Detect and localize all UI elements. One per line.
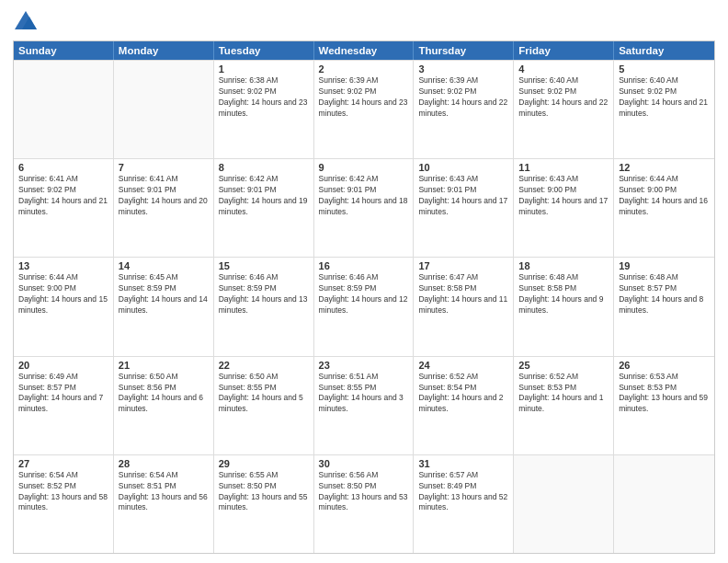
calendar-row: 6Sunrise: 6:41 AM Sunset: 9:02 PM Daylig… <box>14 158 714 257</box>
cell-info: Sunrise: 6:54 AM Sunset: 8:51 PM Dayligh… <box>119 470 209 514</box>
cell-day-number: 3 <box>418 63 508 75</box>
cell-day-number: 2 <box>319 63 409 75</box>
calendar-cell: 3Sunrise: 6:39 AM Sunset: 9:02 PM Daylig… <box>414 61 514 158</box>
cell-info: Sunrise: 6:52 AM Sunset: 8:53 PM Dayligh… <box>518 372 609 416</box>
calendar-cell: 4Sunrise: 6:40 AM Sunset: 9:02 PM Daylig… <box>514 61 614 158</box>
cell-day-number: 19 <box>619 260 710 271</box>
logo <box>13 9 42 35</box>
cell-day-number: 15 <box>219 260 309 271</box>
calendar-cell <box>514 455 614 553</box>
cell-info: Sunrise: 6:57 AM Sunset: 8:49 PM Dayligh… <box>418 470 508 514</box>
cell-info: Sunrise: 6:44 AM Sunset: 9:00 PM Dayligh… <box>18 272 108 316</box>
cell-day-number: 4 <box>518 63 609 75</box>
calendar-cell: 20Sunrise: 6:49 AM Sunset: 8:57 PM Dayli… <box>14 357 114 454</box>
cell-info: Sunrise: 6:39 AM Sunset: 9:02 PM Dayligh… <box>319 75 409 120</box>
cell-info: Sunrise: 6:52 AM Sunset: 8:54 PM Dayligh… <box>418 372 508 416</box>
cell-day-number: 7 <box>119 162 209 173</box>
calendar-cell: 1Sunrise: 6:38 AM Sunset: 9:02 PM Daylig… <box>214 61 314 158</box>
header <box>13 9 715 35</box>
cell-info: Sunrise: 6:46 AM Sunset: 8:59 PM Dayligh… <box>319 272 409 316</box>
calendar-cell: 14Sunrise: 6:45 AM Sunset: 8:59 PM Dayli… <box>114 258 214 355</box>
cell-day-number: 10 <box>418 162 508 173</box>
calendar-header-cell: Monday <box>114 41 214 60</box>
calendar-row: 20Sunrise: 6:49 AM Sunset: 8:57 PM Dayli… <box>14 356 714 454</box>
cell-day-number: 9 <box>319 162 409 173</box>
calendar-cell: 16Sunrise: 6:46 AM Sunset: 8:59 PM Dayli… <box>314 258 415 355</box>
cell-day-number: 13 <box>18 260 108 271</box>
cell-info: Sunrise: 6:41 AM Sunset: 9:02 PM Dayligh… <box>18 174 108 218</box>
calendar-cell <box>614 455 714 553</box>
cell-info: Sunrise: 6:50 AM Sunset: 8:55 PM Dayligh… <box>219 372 309 416</box>
calendar-header: SundayMondayTuesdayWednesdayThursdayFrid… <box>14 41 714 60</box>
cell-info: Sunrise: 6:46 AM Sunset: 8:59 PM Dayligh… <box>219 272 309 316</box>
cell-info: Sunrise: 6:40 AM Sunset: 9:02 PM Dayligh… <box>518 75 609 120</box>
calendar-row: 1Sunrise: 6:38 AM Sunset: 9:02 PM Daylig… <box>14 60 714 158</box>
calendar-cell: 24Sunrise: 6:52 AM Sunset: 8:54 PM Dayli… <box>414 357 514 454</box>
calendar-cell: 15Sunrise: 6:46 AM Sunset: 8:59 PM Dayli… <box>214 258 314 355</box>
calendar-cell: 26Sunrise: 6:53 AM Sunset: 8:53 PM Dayli… <box>614 357 714 454</box>
cell-day-number: 11 <box>518 162 609 173</box>
calendar-cell: 31Sunrise: 6:57 AM Sunset: 8:49 PM Dayli… <box>414 455 514 553</box>
calendar-header-cell: Sunday <box>14 41 114 60</box>
cell-day-number: 14 <box>119 260 209 271</box>
cell-day-number: 1 <box>219 63 309 75</box>
logo-icon <box>13 9 39 35</box>
cell-info: Sunrise: 6:51 AM Sunset: 8:55 PM Dayligh… <box>319 372 409 416</box>
calendar-cell: 21Sunrise: 6:50 AM Sunset: 8:56 PM Dayli… <box>114 357 214 454</box>
calendar-cell: 11Sunrise: 6:43 AM Sunset: 9:00 PM Dayli… <box>514 159 614 257</box>
calendar-header-cell: Tuesday <box>214 41 314 60</box>
calendar-cell: 19Sunrise: 6:48 AM Sunset: 8:57 PM Dayli… <box>614 258 714 355</box>
calendar-cell: 29Sunrise: 6:55 AM Sunset: 8:50 PM Dayli… <box>214 455 314 553</box>
calendar-header-cell: Wednesday <box>314 41 415 60</box>
cell-info: Sunrise: 6:48 AM Sunset: 8:57 PM Dayligh… <box>619 272 710 316</box>
calendar-cell: 6Sunrise: 6:41 AM Sunset: 9:02 PM Daylig… <box>14 159 114 257</box>
cell-info: Sunrise: 6:40 AM Sunset: 9:02 PM Dayligh… <box>619 75 710 120</box>
cell-day-number: 8 <box>219 162 309 173</box>
cell-info: Sunrise: 6:42 AM Sunset: 9:01 PM Dayligh… <box>319 174 409 218</box>
cell-day-number: 16 <box>319 260 409 271</box>
cell-info: Sunrise: 6:45 AM Sunset: 8:59 PM Dayligh… <box>119 272 209 316</box>
calendar-cell: 7Sunrise: 6:41 AM Sunset: 9:01 PM Daylig… <box>114 159 214 257</box>
calendar-cell: 23Sunrise: 6:51 AM Sunset: 8:55 PM Dayli… <box>314 357 415 454</box>
calendar-cell: 25Sunrise: 6:52 AM Sunset: 8:53 PM Dayli… <box>514 357 614 454</box>
cell-day-number: 26 <box>619 360 710 371</box>
calendar: SundayMondayTuesdayWednesdayThursdayFrid… <box>13 40 715 554</box>
cell-day-number: 6 <box>18 162 108 173</box>
calendar-header-cell: Saturday <box>614 41 714 60</box>
calendar-row: 13Sunrise: 6:44 AM Sunset: 9:00 PM Dayli… <box>14 257 714 355</box>
cell-day-number: 30 <box>319 458 409 469</box>
cell-day-number: 12 <box>619 162 710 173</box>
calendar-cell: 12Sunrise: 6:44 AM Sunset: 9:00 PM Dayli… <box>614 159 714 257</box>
cell-info: Sunrise: 6:47 AM Sunset: 8:58 PM Dayligh… <box>418 272 508 316</box>
calendar-cell: 27Sunrise: 6:54 AM Sunset: 8:52 PM Dayli… <box>14 455 114 553</box>
cell-info: Sunrise: 6:55 AM Sunset: 8:50 PM Dayligh… <box>219 470 309 514</box>
cell-info: Sunrise: 6:39 AM Sunset: 9:02 PM Dayligh… <box>418 75 508 120</box>
cell-info: Sunrise: 6:42 AM Sunset: 9:01 PM Dayligh… <box>219 174 309 218</box>
cell-info: Sunrise: 6:48 AM Sunset: 8:58 PM Dayligh… <box>518 272 609 316</box>
calendar-cell: 17Sunrise: 6:47 AM Sunset: 8:58 PM Dayli… <box>414 258 514 355</box>
cell-day-number: 23 <box>319 360 409 371</box>
calendar-body: 1Sunrise: 6:38 AM Sunset: 9:02 PM Daylig… <box>14 60 714 553</box>
cell-info: Sunrise: 6:41 AM Sunset: 9:01 PM Dayligh… <box>119 174 209 218</box>
page: SundayMondayTuesdayWednesdayThursdayFrid… <box>0 0 728 563</box>
cell-day-number: 21 <box>119 360 209 371</box>
cell-day-number: 29 <box>219 458 309 469</box>
cell-day-number: 17 <box>418 260 508 271</box>
calendar-cell: 18Sunrise: 6:48 AM Sunset: 8:58 PM Dayli… <box>514 258 614 355</box>
cell-day-number: 5 <box>619 63 710 75</box>
cell-day-number: 25 <box>518 360 609 371</box>
calendar-header-cell: Friday <box>514 41 614 60</box>
calendar-cell <box>14 61 114 158</box>
calendar-cell: 13Sunrise: 6:44 AM Sunset: 9:00 PM Dayli… <box>14 258 114 355</box>
calendar-cell: 10Sunrise: 6:43 AM Sunset: 9:01 PM Dayli… <box>414 159 514 257</box>
calendar-cell: 28Sunrise: 6:54 AM Sunset: 8:51 PM Dayli… <box>114 455 214 553</box>
cell-info: Sunrise: 6:38 AM Sunset: 9:02 PM Dayligh… <box>219 75 309 120</box>
cell-day-number: 24 <box>418 360 508 371</box>
cell-info: Sunrise: 6:49 AM Sunset: 8:57 PM Dayligh… <box>18 372 108 416</box>
calendar-row: 27Sunrise: 6:54 AM Sunset: 8:52 PM Dayli… <box>14 454 714 553</box>
cell-info: Sunrise: 6:43 AM Sunset: 9:01 PM Dayligh… <box>418 174 508 218</box>
cell-info: Sunrise: 6:50 AM Sunset: 8:56 PM Dayligh… <box>119 372 209 416</box>
cell-day-number: 28 <box>119 458 209 469</box>
calendar-header-cell: Thursday <box>414 41 514 60</box>
calendar-cell: 9Sunrise: 6:42 AM Sunset: 9:01 PM Daylig… <box>314 159 415 257</box>
